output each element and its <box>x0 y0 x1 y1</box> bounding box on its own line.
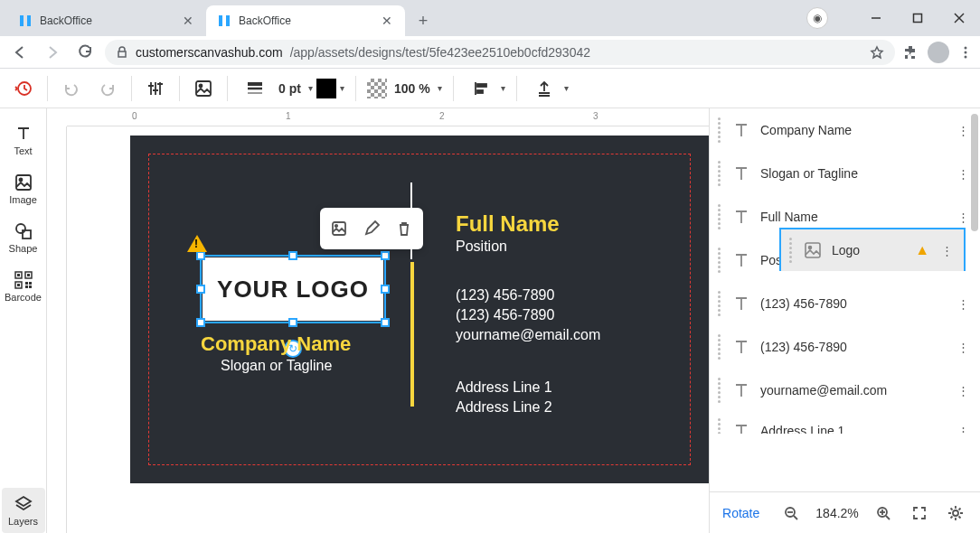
phone1-text[interactable]: (123) 456-7890 <box>456 287 554 304</box>
svg-point-9 <box>965 51 967 53</box>
resize-handle[interactable] <box>381 251 390 260</box>
resize-handle[interactable] <box>381 318 390 327</box>
design-surface[interactable]: YOUR LOGO ↻ Com <box>130 136 709 483</box>
edit-icon[interactable] <box>356 213 387 244</box>
image-placeholder-icon[interactable] <box>187 72 220 105</box>
close-window-button[interactable] <box>938 5 980 32</box>
position-text[interactable]: Position <box>456 238 507 255</box>
layer-row[interactable]: Slogan or Tagline⋮ <box>710 152 980 195</box>
profile-badge-icon[interactable]: ◉ <box>806 7 828 29</box>
layer-row[interactable]: (123) 456-7890⋮ <box>710 325 980 369</box>
chevron-down-icon[interactable]: ▾ <box>340 83 344 93</box>
layer-menu-icon[interactable]: ⋮ <box>955 297 971 311</box>
fullscreen-button[interactable] <box>908 500 931 526</box>
resize-handle[interactable] <box>196 318 205 327</box>
canvas-viewport[interactable]: YOUR LOGO ↻ Com <box>67 126 709 533</box>
arrange-icon[interactable] <box>528 72 561 105</box>
address1-text[interactable]: Address Line 1 <box>456 379 552 396</box>
layer-row[interactable]: Address Line 1⋮ <box>710 412 980 434</box>
canvas-area[interactable]: 0 1 2 3 YOUR LOGO ↻ <box>47 108 709 533</box>
fullname-text[interactable]: Full Name <box>456 211 560 237</box>
minimize-button[interactable] <box>855 5 897 32</box>
tool-layers[interactable]: Layers <box>2 488 45 533</box>
chevron-down-icon[interactable]: ▾ <box>564 83 569 93</box>
rotate-link[interactable]: Rotate <box>722 506 759 520</box>
tool-image[interactable]: Image <box>2 166 45 211</box>
phone2-text[interactable]: (123) 456-7890 <box>456 307 554 323</box>
address2-text[interactable]: Address Line 2 <box>456 399 552 416</box>
drag-handle-icon[interactable] <box>715 418 722 434</box>
new-tab-button[interactable]: + <box>410 8 436 33</box>
tool-barcode[interactable]: Barcode <box>2 264 45 309</box>
layer-menu-icon[interactable]: ⋮ <box>955 341 971 354</box>
close-tab-icon[interactable]: ✕ <box>181 14 195 28</box>
resize-handle[interactable] <box>196 251 205 260</box>
settings-gear-icon[interactable] <box>944 500 967 526</box>
floating-object-toolbar <box>320 208 423 249</box>
forward-button[interactable] <box>40 40 65 65</box>
drag-handle-icon[interactable] <box>715 378 722 403</box>
layer-row[interactable]: Company Name⋮ <box>710 108 980 152</box>
delete-icon[interactable] <box>389 213 419 244</box>
chevron-down-icon[interactable]: ▾ <box>438 83 442 93</box>
reload-button[interactable] <box>72 40 98 65</box>
address-bar[interactable]: customerscanvashub.com/app/assets/design… <box>105 40 895 65</box>
zoom-in-button[interactable] <box>872 500 895 526</box>
redo-button[interactable] <box>91 72 124 105</box>
browser-tab-0[interactable]: BackOffice ✕ <box>7 5 206 36</box>
drag-handle-icon[interactable] <box>715 291 722 316</box>
warning-icon[interactable]: ▲ <box>915 242 929 258</box>
chevron-down-icon[interactable]: ▾ <box>501 83 505 93</box>
drag-handle-icon[interactable] <box>715 248 722 273</box>
undo-button[interactable] <box>55 72 88 105</box>
adjust-icon[interactable] <box>139 72 172 105</box>
back-button[interactable] <box>7 40 33 65</box>
drag-handle-icon[interactable] <box>715 161 722 186</box>
layer-row[interactable]: Logo▲⋮ <box>779 228 966 271</box>
layer-row[interactable]: yourname@email.com⋮ <box>710 369 980 412</box>
close-tab-icon[interactable]: ✕ <box>380 14 394 28</box>
opacity-icon[interactable] <box>367 79 387 98</box>
resize-handle[interactable] <box>196 285 205 294</box>
resize-handle[interactable] <box>381 285 390 294</box>
scrollbar-thumb[interactable] <box>971 114 978 231</box>
svg-rect-5 <box>914 14 922 23</box>
layer-menu-icon[interactable]: ⋮ <box>955 124 971 137</box>
text-icon <box>731 295 751 313</box>
resize-handle[interactable] <box>288 251 297 260</box>
layer-row[interactable]: (123) 456-7890⋮ <box>710 282 980 325</box>
stroke-style-icon[interactable] <box>239 72 271 105</box>
warning-icon[interactable] <box>187 235 207 252</box>
align-icon[interactable] <box>465 72 497 105</box>
divider-yellow[interactable] <box>410 262 414 407</box>
drag-handle-icon[interactable] <box>715 117 722 143</box>
svg-rect-0 <box>20 15 24 26</box>
star-icon[interactable] <box>870 45 884 60</box>
drag-handle-icon[interactable] <box>715 334 722 360</box>
layer-menu-icon[interactable]: ⋮ <box>955 384 971 397</box>
email-text[interactable]: yourname@email.com <box>456 327 600 343</box>
maximize-button[interactable] <box>897 5 938 32</box>
extensions-icon[interactable] <box>902 44 919 61</box>
profile-avatar[interactable] <box>928 42 949 63</box>
selection-outline[interactable]: ↻ <box>200 255 386 323</box>
tool-shape[interactable]: Shape <box>2 215 45 260</box>
stroke-color-swatch[interactable] <box>316 79 336 98</box>
zoom-out-button[interactable] <box>779 500 803 526</box>
layer-menu-icon[interactable]: ⋮ <box>938 244 955 257</box>
drag-handle-icon[interactable] <box>715 204 722 229</box>
browser-tab-1[interactable]: BackOffice ✕ <box>206 5 405 36</box>
layer-menu-icon[interactable]: ⋮ <box>955 167 971 181</box>
tool-text[interactable]: Text <box>2 117 45 163</box>
resize-handle[interactable] <box>288 318 297 327</box>
replace-image-icon[interactable] <box>324 213 354 244</box>
history-icon[interactable] <box>7 72 40 105</box>
chevron-down-icon[interactable]: ▾ <box>308 83 313 93</box>
drag-handle-icon[interactable] <box>787 238 794 263</box>
slogan-text[interactable]: Slogan or Tagline <box>221 358 332 374</box>
layer-menu-icon[interactable]: ⋮ <box>955 210 971 224</box>
chrome-menu-icon[interactable] <box>958 45 973 60</box>
layer-menu-icon[interactable]: ⋮ <box>955 425 971 435</box>
company-name-text[interactable]: Company Name <box>201 332 351 356</box>
svg-point-35 <box>335 225 337 227</box>
